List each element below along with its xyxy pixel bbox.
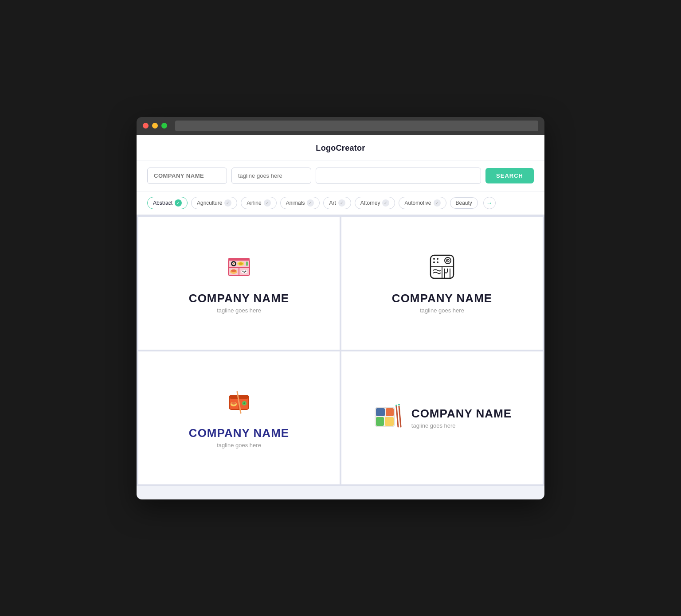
search-button[interactable]: SEARCH: [485, 168, 534, 183]
extra-search-input[interactable]: [316, 168, 481, 184]
svg-rect-40: [376, 417, 384, 426]
logo-2-tagline: tagline goes here: [420, 307, 464, 314]
filter-label-animals: Animals: [286, 200, 305, 206]
company-name-input[interactable]: [147, 168, 227, 184]
filter-chip-abstract[interactable]: Abstract ✓: [147, 197, 188, 209]
check-icon-automotive: ✓: [434, 199, 441, 207]
check-icon-animals: ✓: [307, 199, 314, 207]
logo-icon-2: [428, 253, 456, 285]
svg-line-43: [399, 406, 401, 427]
browser-titlebar: [137, 117, 544, 135]
svg-point-15: [245, 270, 247, 272]
filter-label-abstract: Abstract: [153, 200, 172, 206]
logo-icon-1: [225, 253, 253, 285]
filter-chip-art[interactable]: Art ✓: [323, 197, 351, 209]
filter-chip-animals[interactable]: Animals ✓: [280, 197, 320, 209]
browser-content: LogoCreator SEARCH Abstract ✓ Agricultur…: [137, 135, 544, 499]
filter-chip-automotive[interactable]: Automotive ✓: [399, 197, 446, 209]
filter-bar: Abstract ✓ Agriculture ✓ Airline ✓ Anima…: [137, 191, 544, 215]
search-bar: SEARCH: [137, 160, 544, 191]
filter-chip-beauty[interactable]: Beauty: [450, 197, 478, 209]
svg-point-6: [233, 263, 235, 264]
logo-card-4[interactable]: COMPANY NAME tagline goes here: [341, 351, 543, 484]
filter-label-airline: Airline: [247, 200, 261, 206]
svg-point-21: [433, 261, 435, 263]
logo-1-tagline: tagline goes here: [217, 307, 261, 314]
logo-4-tagline: tagline goes here: [411, 422, 512, 429]
filter-label-beauty: Beauty: [456, 200, 472, 206]
svg-point-20: [437, 258, 438, 260]
svg-rect-41: [385, 417, 394, 426]
filter-label-attorney: Attorney: [360, 200, 380, 206]
check-icon-abstract: ✓: [175, 199, 182, 207]
tagline-input[interactable]: [231, 168, 311, 184]
logo-3-company-name: COMPANY NAME: [189, 426, 289, 440]
svg-rect-39: [386, 408, 394, 416]
filter-chip-agriculture[interactable]: Agriculture ✓: [191, 197, 237, 209]
svg-rect-9: [246, 261, 248, 266]
logo-2-company-name: COMPANY NAME: [392, 292, 492, 305]
filter-label-agriculture: Agriculture: [197, 200, 222, 206]
svg-point-36: [243, 402, 245, 404]
svg-point-22: [437, 261, 438, 263]
logo-card-3[interactable]: COMPANY NAME tagline goes here: [138, 351, 340, 484]
logo-card-1[interactable]: COMPANY NAME tagline goes here: [138, 217, 340, 350]
address-bar[interactable]: [175, 121, 538, 131]
logo-1-company-name: COMPANY NAME: [189, 292, 289, 305]
svg-point-44: [395, 405, 397, 406]
logo-grid: COMPANY NAME tagline goes here: [137, 215, 544, 486]
svg-line-42: [396, 406, 398, 427]
filter-chip-attorney[interactable]: Attorney ✓: [355, 197, 395, 209]
svg-point-14: [244, 271, 245, 273]
check-icon-art: ✓: [338, 199, 345, 207]
svg-point-8: [239, 262, 243, 265]
svg-point-25: [447, 260, 448, 261]
logo-card-2[interactable]: COMPANY NAME tagline goes here: [341, 217, 543, 350]
svg-point-34: [231, 402, 236, 405]
filter-chip-airline[interactable]: Airline ✓: [241, 197, 276, 209]
close-button[interactable]: [143, 123, 149, 129]
svg-rect-30: [229, 395, 249, 399]
filter-next-button[interactable]: →: [483, 197, 496, 209]
filter-label-automotive: Automotive: [404, 200, 431, 206]
logo-4-text-block: COMPANY NAME tagline goes here: [411, 407, 512, 429]
minimize-button[interactable]: [152, 123, 158, 129]
svg-point-13: [243, 270, 244, 272]
svg-point-11: [231, 269, 236, 272]
logo-4-company-name: COMPANY NAME: [411, 407, 512, 421]
app-header: LogoCreator: [137, 135, 544, 160]
browser-window: LogoCreator SEARCH Abstract ✓ Agricultur…: [137, 117, 544, 499]
app-title: LogoCreator: [316, 144, 365, 152]
svg-point-45: [398, 404, 400, 405]
maximize-button[interactable]: [161, 123, 167, 129]
filter-label-art: Art: [329, 200, 336, 206]
logo-icon-3: [225, 387, 253, 419]
check-icon-attorney: ✓: [382, 199, 389, 207]
svg-point-19: [433, 258, 435, 260]
logo-icon-4: [372, 401, 404, 435]
check-icon-agriculture: ✓: [224, 199, 231, 207]
svg-rect-38: [376, 408, 385, 416]
logo-3-tagline: tagline goes here: [217, 442, 261, 448]
svg-rect-3: [228, 258, 250, 261]
check-icon-airline: ✓: [264, 199, 271, 207]
